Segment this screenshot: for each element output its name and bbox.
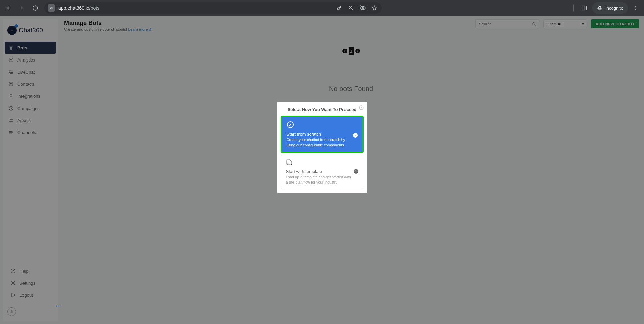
arrow-right-icon: › <box>354 169 358 174</box>
chrome-menu-button[interactable] <box>630 2 641 14</box>
modal-overlay[interactable]: Select How You Want To Proceed Start fro… <box>0 16 644 324</box>
swatch-icon <box>286 159 358 166</box>
pencil-circle-icon <box>287 121 358 128</box>
side-panel-button[interactable] <box>579 2 590 14</box>
option-start-from-scratch[interactable]: Start from scratch Create your chatbot f… <box>281 116 363 153</box>
svg-point-9 <box>635 8 636 9</box>
toolbar-divider <box>573 5 574 11</box>
modal-title: Select How You Want To Proceed <box>281 107 363 112</box>
arrow-right-icon: › <box>353 133 358 138</box>
zoom-icon[interactable] <box>348 5 354 11</box>
modal-close-button[interactable] <box>359 105 364 110</box>
key-icon[interactable] <box>336 5 342 11</box>
site-controls-icon[interactable] <box>48 4 55 12</box>
forward-button[interactable] <box>16 2 28 14</box>
bookmark-star-icon[interactable] <box>371 5 377 11</box>
omnibox[interactable]: app.chat360.io/bots <box>44 2 382 14</box>
reload-button[interactable] <box>30 2 41 14</box>
incognito-badge[interactable]: Incognito <box>592 2 628 14</box>
url-text: app.chat360.io/bots <box>58 5 332 11</box>
svg-point-8 <box>635 6 636 7</box>
browser-toolbar: app.chat360.io/bots Incognito <box>0 0 644 16</box>
back-button[interactable] <box>3 2 14 14</box>
svg-point-2 <box>337 8 339 10</box>
option-start-with-template[interactable]: Start with template Load up a template a… <box>281 155 363 189</box>
svg-point-6 <box>598 9 599 10</box>
incognito-icon <box>597 5 603 11</box>
svg-point-10 <box>635 9 636 10</box>
svg-point-26 <box>288 164 288 164</box>
incognito-label: Incognito <box>605 6 623 11</box>
svg-point-7 <box>600 9 601 10</box>
svg-rect-5 <box>582 6 587 10</box>
modal-proceed: Select How You Want To Proceed Start fro… <box>277 102 367 193</box>
eye-off-icon[interactable] <box>359 5 366 11</box>
